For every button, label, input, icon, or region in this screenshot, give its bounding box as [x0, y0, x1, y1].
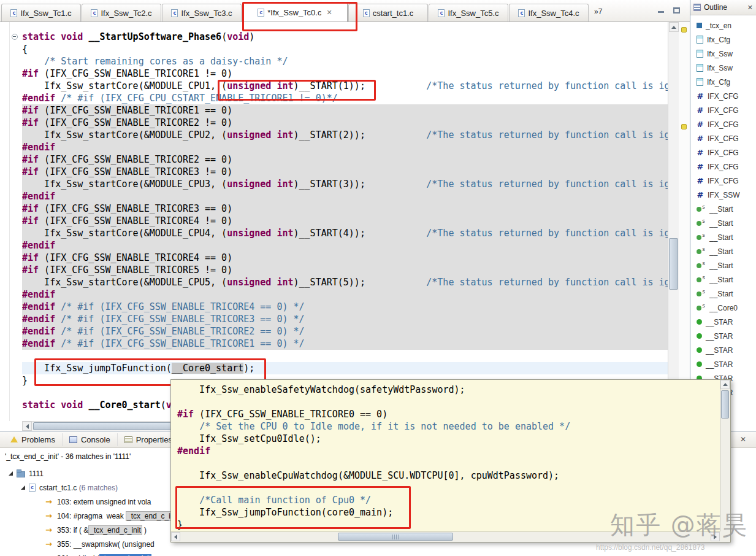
horizontal-scrollbar-thumb[interactable] [338, 533, 453, 541]
outline-item[interactable]: s__Start [690, 230, 756, 244]
outline-item[interactable]: Ifx_Ssw [690, 47, 756, 61]
code-line[interactable]: Ifx_Ssw_startCore(&MODULE_CPU5, (unsigne… [22, 276, 668, 288]
code-line[interactable]: #endif [22, 239, 668, 252]
outline-item[interactable]: #IFX_CFG [690, 160, 756, 174]
code-line[interactable]: #if (IFX_CFG_SSW_ENABLE_TRICORE3 == 0) [22, 203, 668, 215]
maximize-view-icon[interactable] [673, 7, 680, 14]
code-line[interactable]: #if (IFX_CFG_SSW_ENABLE_TRICORE5 != 0) [22, 264, 668, 276]
vertical-scrollbar-thumb[interactable] [721, 390, 729, 419]
popup-code-line: Ifx_Ssw_enableCpuWatchdog(&MODULE_SCU.WD… [177, 469, 720, 482]
scroll-left-icon[interactable] [171, 532, 180, 541]
editor-tab[interactable]: c*Ifx_Ssw_Tc0.c✕ [242, 2, 348, 21]
view-tab-console[interactable]: Console [63, 433, 118, 446]
include-icon [697, 50, 703, 58]
define-icon: # [697, 163, 704, 171]
tab-close-icon[interactable]: ✕ [326, 9, 332, 16]
tab-overflow-chevron[interactable]: »7 [594, 7, 602, 16]
scroll-up-icon[interactable] [669, 22, 679, 32]
scroll-up-icon[interactable] [720, 380, 730, 389]
code-line[interactable]: Ifx_Ssw_startCore(&MODULE_CPU4, (unsigne… [22, 227, 668, 239]
vertical-scrollbar-thumb[interactable] [669, 238, 678, 290]
outline-item-label: __Core0 [709, 304, 738, 312]
code-editor: static void __StartUpSoftware_Phase6(voi… [0, 22, 690, 431]
problems-icon [10, 436, 18, 442]
code-line[interactable]: /* Start remaining cores as a daisy-chai… [22, 55, 668, 68]
code-line[interactable]: Ifx_Ssw_startCore(&MODULE_CPU2, (unsigne… [22, 129, 668, 141]
outline-item[interactable]: s__Start [690, 258, 756, 272]
editor-vertical-scrollbar[interactable] [668, 22, 679, 421]
close-icon[interactable]: ✕ [740, 435, 746, 444]
code-line[interactable]: Ifx_Ssw_startCore(&MODULE_CPU3, (unsigne… [22, 178, 668, 190]
code-line[interactable]: static void __StartUpSoftware_Phase6(voi… [22, 31, 668, 43]
annotation-marker[interactable] [681, 27, 687, 33]
editor-tab[interactable]: ccstart_tc1.c [348, 4, 428, 21]
scroll-left-icon[interactable] [22, 422, 32, 431]
editor-tab[interactable]: cIfx_Ssw_Tc5.c [429, 4, 508, 21]
gvar-icon [697, 361, 702, 367]
outline-item-label: __STAR [706, 360, 733, 369]
code-line[interactable]: #if (IFX_CFG_SSW_ENABLE_TRICORE4 != 0) [22, 215, 668, 227]
outline-item[interactable]: s__Start [690, 244, 756, 258]
close-icon[interactable]: ✕ [747, 4, 753, 12]
code-line[interactable]: #endif /* #if (IFX_CFG_SSW_ENABLE_TRICOR… [22, 313, 668, 325]
code-line[interactable]: Ifx_Ssw_startCore(&MODULE_CPU1, (unsigne… [22, 80, 668, 92]
editor-tab[interactable]: cIfx_Ssw_Tc2.c [82, 4, 161, 21]
code-line[interactable]: #if (IFX_CFG_SSW_ENABLE_TRICORE4 == 0) [22, 252, 668, 264]
code-line[interactable]: #endif [22, 190, 668, 203]
outline-item[interactable]: Ifx_Cfg [690, 75, 756, 89]
view-tab-problems[interactable]: Problems [4, 433, 63, 446]
gvar-icon [697, 347, 702, 353]
outline-item[interactable]: #IFX_CFG [690, 174, 756, 188]
code-line[interactable]: #if (IFX_CFG_SSW_ENABLE_TRICORE3 != 0) [22, 166, 668, 178]
outline-item[interactable]: __STAR [690, 343, 756, 357]
code-line[interactable]: #endif /* #if (IFX_CFG_SSW_ENABLE_TRICOR… [22, 325, 668, 338]
fold-collapse-icon[interactable] [12, 34, 18, 40]
code-area[interactable]: static void __StartUpSoftware_Phase6(voi… [22, 22, 668, 421]
code-line[interactable]: #if (IFX_CFG_SSW_ENABLE_TRICORE2 == 0) [22, 153, 668, 166]
code-line[interactable]: #if (IFX_CFG_SSW_ENABLE_TRICORE1 == 0) [22, 104, 668, 117]
editor-tab[interactable]: cIfx_Ssw_Tc4.c [509, 4, 589, 21]
code-line[interactable]: #endif [22, 288, 668, 301]
code-line[interactable]: #endif /* #if (IFX_CFG_SSW_ENABLE_TRICOR… [22, 301, 668, 313]
editor-tab[interactable]: cIfx_Ssw_Tc3.c [162, 4, 242, 21]
horizontal-scrollbar-thumb[interactable] [33, 422, 171, 430]
search-tree-row-text: 1111 [29, 469, 44, 478]
outline-item-label: __Start [709, 261, 733, 270]
outline-item[interactable]: s__Start [690, 216, 756, 230]
outline-item[interactable]: __STAR [690, 329, 756, 343]
outline-item[interactable]: #IFX_CFG [690, 117, 756, 131]
outline-item[interactable]: s__Start [690, 287, 756, 301]
outline-item[interactable]: s__Start [690, 202, 756, 216]
expander-icon[interactable] [9, 471, 13, 476]
cfile-icon: c [171, 9, 178, 17]
minimize-view-icon[interactable] [657, 7, 665, 14]
annotation-marker[interactable] [681, 124, 687, 129]
popup-code-line: /* Set the CPU 0 to Idle mode, if it is … [177, 420, 720, 433]
code-line[interactable] [22, 350, 668, 362]
code-line[interactable]: #endif /* #if (IFX_CFG_SSW_ENABLE_TRICOR… [22, 338, 668, 350]
code-line[interactable]: Ifx_Ssw_jumpToFunction(__Core0_start); [22, 362, 668, 374]
outline-item[interactable]: #IFX_CFG [690, 89, 756, 103]
code-line[interactable]: #endif /* #if (IFX_CFG_CPU_CSTART_ENABLE… [22, 92, 668, 104]
code-line[interactable]: #if (IFX_CFG_SSW_ENABLE_TRICORE2 != 0) [22, 117, 668, 129]
editor-tab[interactable]: cIfx_Ssw_Tc1.c [1, 4, 81, 21]
code-line[interactable]: #endif [22, 141, 668, 153]
outline-item[interactable]: Ifx_Ssw [690, 61, 756, 75]
outline-item-label: IFX_CFG [708, 120, 739, 129]
code-line[interactable]: { [22, 43, 668, 55]
outline-item[interactable]: #IFX_SSW [690, 188, 756, 202]
fold-margin [10, 22, 22, 421]
code-line[interactable]: #if (IFX_CFG_SSW_ENABLE_TRICORE1 != 0) [22, 68, 668, 80]
outline-item[interactable]: #IFX_CFG [690, 103, 756, 117]
outline-item[interactable]: s__Start [690, 272, 756, 287]
outline-item[interactable]: __STAR [690, 357, 756, 371]
outline-item[interactable]: #IFX_CFG [690, 145, 756, 160]
outline-item[interactable]: __STAR [690, 315, 756, 329]
search-tree-row[interactable]: →361: while ( (_tcx_end_c_init [0, 551, 756, 556]
outline-item[interactable]: _tcx_en [690, 18, 756, 33]
outline-item[interactable]: s__Core0 [690, 301, 756, 315]
outline-item[interactable]: Ifx_Cfg [690, 33, 756, 47]
outline-item-label: IFX_CFG [708, 134, 739, 143]
outline-item[interactable]: #IFX_CFG [690, 131, 756, 145]
expander-icon[interactable] [21, 485, 25, 490]
